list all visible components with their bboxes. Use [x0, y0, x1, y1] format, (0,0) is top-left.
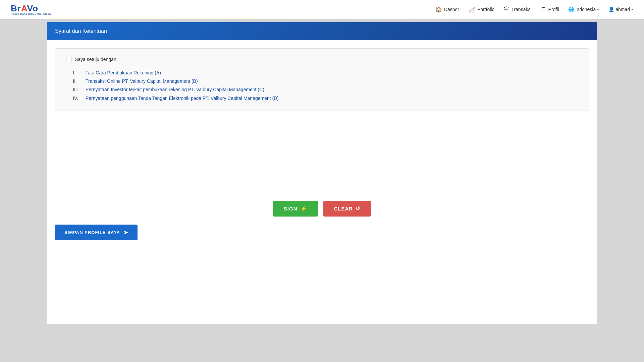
nav-profil-label: Profil [548, 7, 559, 12]
terms-checkbox[interactable] [66, 57, 71, 62]
content-container: Syarat dan Ketentuan Saya setuju dengan:… [47, 22, 597, 324]
send-icon: ➤ [123, 229, 128, 236]
transaksi-icon: 🏛 [504, 6, 509, 12]
section-title: Syarat dan Ketentuan [55, 28, 107, 34]
signature-canvas[interactable] [257, 119, 387, 194]
user-dropdown[interactable]: 👤 ahmad ▾ [608, 7, 633, 12]
nav-dasbor-label: Dasbor [444, 7, 459, 12]
terms-list: I. Tata Cara Pembukaan Rekening (A) II. … [66, 69, 578, 103]
brand-logo: BrAVo Reksa Dana Bisa untuk Siapa [11, 3, 51, 15]
term-link-4[interactable]: Pernyataan penggunaan Tanda Tangan Elekt… [86, 94, 279, 103]
list-item: III. Pernyataan Investor terkait pembuka… [73, 85, 578, 94]
language-dropdown-arrow: ▾ [597, 7, 599, 12]
refresh-icon: ↺ [356, 205, 360, 212]
profil-icon: 🗒 [541, 6, 546, 12]
nav-portfolio[interactable]: 📈 Portfolio [469, 6, 494, 13]
nav-profil[interactable]: 🗒 Profil [541, 6, 559, 12]
term-link-3[interactable]: Pernyataan Investor terkait pembukaan re… [86, 85, 264, 94]
terms-box: Saya setuju dengan: I. Tata Cara Pembuka… [55, 48, 589, 111]
lightning-icon: ⚡ [300, 205, 307, 212]
navbar: BrAVo Reksa Dana Bisa untuk Siapa 🏠 Dasb… [0, 0, 644, 19]
user-label: ahmad [615, 7, 630, 12]
nav-transaksi-label: Transaksi [511, 7, 531, 12]
save-profile-label: SIMPAN PROFILE SAYA [64, 230, 120, 235]
language-dropdown[interactable]: 🌐 Indonesia ▾ [568, 7, 599, 12]
clear-button[interactable]: CLEAR ↺ [323, 201, 371, 217]
term-link-1[interactable]: Tata Cara Pembukaan Rekening (A) [86, 69, 161, 77]
roman-2: II. [73, 77, 83, 85]
signature-area: SIGN ⚡ CLEAR ↺ [55, 119, 589, 217]
section-header: Syarat dan Ketentuan [47, 22, 597, 40]
user-dropdown-arrow: ▾ [631, 7, 633, 12]
page-wrapper: Syarat dan Ketentuan Saya setuju dengan:… [0, 19, 644, 337]
sign-label: SIGN [284, 206, 298, 212]
terms-agree-row: Saya setuju dengan: [66, 57, 578, 62]
term-link-2[interactable]: Transaksi Online PT. Valbury Capital Man… [86, 77, 198, 85]
sign-button[interactable]: SIGN ⚡ [273, 201, 318, 217]
roman-4: IV. [73, 94, 83, 103]
terms-agree-label: Saya setuju dengan: [75, 57, 118, 62]
globe-icon: 🌐 [568, 7, 574, 12]
roman-3: III. [73, 85, 83, 94]
user-icon: 👤 [608, 7, 614, 12]
list-item: II. Transaksi Online PT. Valbury Capital… [73, 77, 578, 85]
brand-tagline: Reksa Dana Bisa untuk Siapa [11, 12, 51, 15]
language-label: Indonesia [575, 7, 596, 12]
save-profile-button[interactable]: SIMPAN PROFILE SAYA ➤ [55, 225, 138, 240]
portfolio-icon: 📈 [469, 6, 475, 13]
list-item: I. Tata Cara Pembukaan Rekening (A) [73, 69, 578, 77]
roman-1: I. [73, 69, 83, 77]
signature-buttons: SIGN ⚡ CLEAR ↺ [273, 201, 371, 217]
nav-transaksi[interactable]: 🏛 Transaksi [504, 6, 531, 12]
nav-dasbor[interactable]: 🏠 Dasbor [435, 6, 459, 13]
home-icon: 🏠 [435, 6, 442, 13]
list-item: IV. Pernyataan penggunaan Tanda Tangan E… [73, 94, 578, 103]
nav-portfolio-label: Portfolio [477, 7, 494, 12]
navbar-nav: 🏠 Dasbor 📈 Portfolio 🏛 Transaksi 🗒 Profi… [435, 6, 633, 13]
save-profile-area: SIMPAN PROFILE SAYA ➤ [55, 225, 589, 240]
clear-label: CLEAR [334, 206, 353, 212]
